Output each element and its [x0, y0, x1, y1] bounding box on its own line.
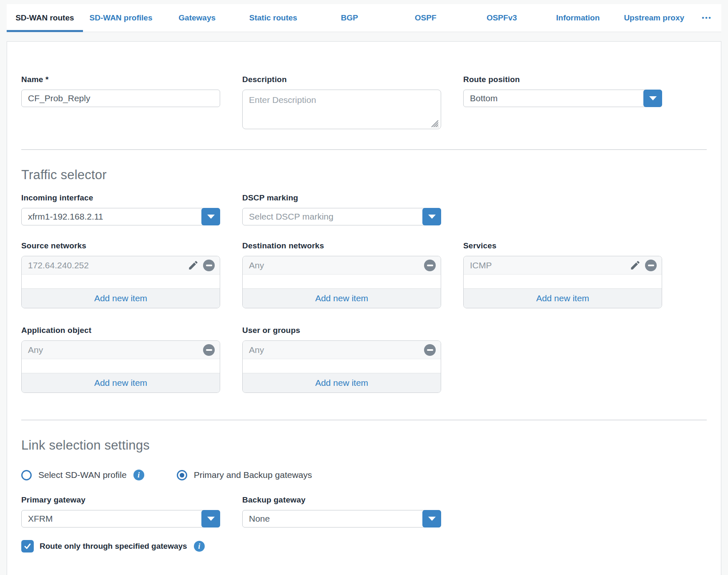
dscp-marking-field-group: DSCP marking Select DSCP marking — [242, 193, 441, 225]
minus-circle-icon — [203, 344, 215, 356]
remove-item-button[interactable] — [424, 344, 436, 356]
backup-gateway-value: None — [249, 514, 270, 524]
destination-networks-label: Destination networks — [242, 241, 441, 250]
tab-ospfv3[interactable]: OSPFv3 — [464, 4, 540, 32]
minus-circle-icon — [645, 260, 657, 271]
edit-item-button[interactable] — [188, 260, 199, 271]
radio-unselected-icon — [21, 470, 32, 480]
name-field-group: Name * — [21, 75, 220, 107]
route-only-checkbox-label: Route only through specified gateways — [40, 542, 187, 551]
route-position-field-group: Route position Bottom — [463, 75, 662, 107]
dscp-marking-label: DSCP marking — [242, 193, 441, 202]
user-or-groups-listbox: Any Add new item — [242, 340, 441, 393]
services-label: Services — [463, 241, 662, 250]
section-divider — [21, 149, 707, 150]
checkmark-icon — [23, 542, 32, 550]
radio-select-sd-wan-profile-label: Select SD-WAN profile — [38, 470, 127, 480]
services-field-group: Services ICMP Add new item — [463, 241, 662, 308]
primary-gateway-select[interactable]: XFRM — [21, 510, 220, 528]
tab-sd-wan-routes[interactable]: SD-WAN routes — [7, 4, 83, 32]
list-item-value: Any — [249, 260, 420, 270]
dscp-marking-select[interactable]: Select DSCP marking — [242, 208, 441, 225]
add-new-item-label: Add new item — [315, 378, 368, 388]
tab-sd-wan-profiles[interactable]: SD-WAN profiles — [83, 4, 159, 32]
list-item: 172.64.240.252 — [22, 256, 220, 275]
source-networks-listbox: 172.64.240.252 Add new item — [21, 256, 220, 308]
application-object-field-group: Application object Any Add new item — [21, 326, 220, 393]
more-tabs-icon[interactable]: ••• — [692, 4, 721, 32]
application-object-listbox: Any Add new item — [21, 340, 220, 393]
description-label: Description — [242, 75, 441, 84]
list-item-value: ICMP — [470, 260, 625, 270]
route-position-value: Bottom — [470, 93, 498, 103]
link-selection-heading: Link selection settings — [21, 438, 707, 453]
dscp-marking-placeholder: Select DSCP marking — [249, 212, 334, 222]
incoming-interface-select[interactable]: xfrm1-192.168.2.11 — [21, 208, 220, 225]
services-listbox: ICMP Add new item — [463, 256, 662, 308]
listbox-empty-area — [22, 275, 220, 288]
radio-select-sd-wan-profile[interactable]: Select SD-WAN profile — [21, 470, 127, 480]
tab-ospf[interactable]: OSPF — [387, 4, 464, 32]
edit-item-button[interactable] — [630, 260, 641, 271]
tab-gateways[interactable]: Gateways — [159, 4, 235, 32]
name-label: Name * — [21, 75, 220, 84]
tab-bgp[interactable]: BGP — [311, 4, 388, 32]
section-divider — [21, 420, 707, 420]
info-icon[interactable]: i — [194, 541, 205, 552]
listbox-empty-area — [22, 359, 220, 373]
add-new-item-button[interactable]: Add new item — [464, 288, 662, 308]
radio-primary-and-backup-gateways[interactable]: Primary and Backup gateways — [177, 470, 312, 480]
top-tab-bar: SD-WAN routes SD-WAN profiles Gateways S… — [7, 4, 721, 32]
description-input[interactable] — [242, 90, 441, 129]
add-new-item-label: Add new item — [536, 293, 589, 303]
primary-gateway-value: XFRM — [28, 514, 53, 524]
add-new-item-button[interactable]: Add new item — [22, 373, 220, 392]
remove-item-button[interactable] — [203, 344, 215, 356]
pencil-icon — [630, 260, 641, 271]
source-networks-field-group: Source networks 172.64.240.252 Add new — [21, 241, 220, 308]
route-position-label: Route position — [463, 75, 662, 84]
remove-item-button[interactable] — [424, 260, 436, 271]
incoming-interface-value: xfrm1-192.168.2.11 — [28, 212, 103, 222]
tab-information[interactable]: Information — [540, 4, 616, 32]
chevron-down-icon[interactable] — [422, 208, 441, 225]
incoming-interface-label: Incoming interface — [21, 193, 220, 202]
add-new-item-label: Add new item — [315, 293, 368, 303]
list-item: ICMP — [464, 256, 662, 275]
list-item-value: 172.64.240.252 — [28, 260, 183, 270]
list-item: Any — [243, 256, 441, 275]
remove-item-button[interactable] — [203, 260, 215, 271]
chevron-down-icon[interactable] — [201, 208, 220, 225]
backup-gateway-select[interactable]: None — [242, 510, 441, 528]
listbox-empty-area — [243, 359, 441, 373]
incoming-interface-field-group: Incoming interface xfrm1-192.168.2.11 — [21, 193, 220, 225]
description-field-group: Description — [242, 75, 441, 131]
add-new-item-button[interactable]: Add new item — [243, 373, 441, 392]
tab-static-routes[interactable]: Static routes — [235, 4, 311, 32]
chevron-down-icon[interactable] — [643, 90, 662, 107]
list-item: Any — [243, 341, 441, 359]
pencil-icon — [188, 260, 199, 271]
tab-upstream-proxy[interactable]: Upstream proxy — [616, 4, 692, 32]
backup-gateway-label: Backup gateway — [242, 495, 441, 505]
name-input[interactable] — [21, 90, 220, 107]
listbox-empty-area — [464, 275, 662, 288]
route-only-checkbox[interactable] — [21, 540, 34, 552]
info-icon[interactable]: i — [133, 470, 144, 480]
application-object-label: Application object — [21, 326, 220, 335]
sd-wan-route-form: Name * Description Route position — [7, 41, 721, 575]
add-new-item-label: Add new item — [94, 378, 147, 388]
minus-circle-icon — [424, 344, 436, 356]
chevron-down-icon[interactable] — [201, 510, 220, 528]
remove-item-button[interactable] — [645, 260, 657, 271]
route-position-select[interactable]: Bottom — [463, 90, 662, 107]
minus-circle-icon — [424, 260, 436, 271]
add-new-item-button[interactable]: Add new item — [243, 288, 441, 308]
list-item-value: Any — [28, 345, 199, 355]
minus-circle-icon — [203, 260, 215, 271]
user-or-groups-label: User or groups — [242, 326, 441, 335]
add-new-item-button[interactable]: Add new item — [22, 288, 220, 308]
radio-selected-icon — [177, 470, 187, 480]
list-item: Any — [22, 341, 220, 359]
chevron-down-icon[interactable] — [422, 510, 441, 528]
